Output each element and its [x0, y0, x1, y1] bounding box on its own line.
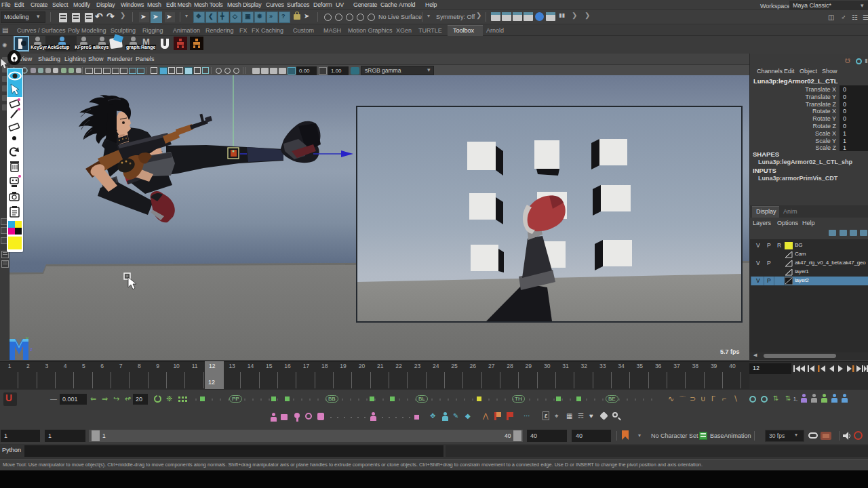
- svg-text:z: z: [30, 346, 33, 352]
